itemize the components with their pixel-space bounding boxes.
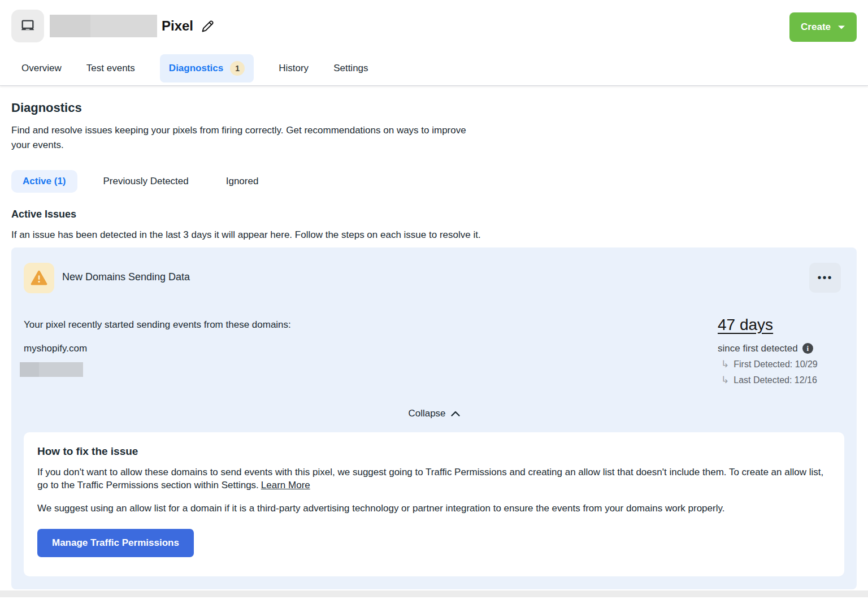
filter-tab-ignored[interactable]: Ignored bbox=[215, 170, 270, 193]
duration-value[interactable]: 47 days bbox=[718, 316, 818, 334]
caret-down-icon bbox=[837, 25, 845, 30]
collapse-row: Collapse bbox=[11, 408, 857, 419]
tab-history[interactable]: History bbox=[279, 63, 309, 74]
filter-tab-previously-detected[interactable]: Previously Detected bbox=[92, 170, 200, 193]
fix-body-2: We suggest using an allow list for a dom… bbox=[37, 502, 831, 515]
redacted-domain bbox=[20, 362, 83, 377]
bottom-divider bbox=[0, 590, 868, 597]
redacted-account-name bbox=[50, 15, 157, 37]
issue-body: Your pixel recently started sending even… bbox=[24, 319, 291, 377]
entity-row: Pixel bbox=[11, 10, 215, 42]
issue-card: New Domains Sending Data ••• Your pixel … bbox=[11, 247, 857, 589]
create-button-label: Create bbox=[801, 21, 831, 33]
more-options-icon[interactable]: ••• bbox=[809, 263, 841, 293]
active-issues-description: If an issue has been detected in the las… bbox=[11, 229, 857, 241]
tab-diagnostics[interactable]: Diagnostics 1 bbox=[160, 54, 254, 82]
edit-pencil-icon[interactable] bbox=[200, 19, 215, 34]
info-icon[interactable]: i bbox=[802, 343, 813, 354]
issue-domain: myshopify.com bbox=[24, 343, 291, 354]
active-issues-heading: Active Issues bbox=[11, 209, 857, 220]
chevron-up-icon bbox=[451, 411, 460, 416]
tab-settings[interactable]: Settings bbox=[333, 63, 368, 74]
fix-instructions-card: How to fix the issue If you don't want t… bbox=[24, 432, 844, 576]
main-content: Diagnostics Find and resolve issues keep… bbox=[0, 101, 868, 589]
filter-tab-active[interactable]: Active (1) bbox=[11, 170, 77, 193]
create-button[interactable]: Create bbox=[789, 12, 857, 42]
issue-detection-meta: 47 days since first detected i ↳First De… bbox=[718, 316, 818, 386]
page-header: Pixel Create bbox=[0, 0, 868, 51]
learn-more-link[interactable]: Learn More bbox=[261, 480, 310, 490]
diagnostics-description: Find and resolve issues keeping your pix… bbox=[11, 123, 486, 153]
diagnostics-count-badge: 1 bbox=[230, 61, 245, 76]
laptop-icon bbox=[11, 10, 44, 42]
page-title: Pixel bbox=[162, 18, 193, 34]
fix-body-1: If you don't want to allow these domains… bbox=[37, 466, 831, 493]
manage-traffic-permissions-button[interactable]: Manage Traffic Permissions bbox=[37, 529, 194, 557]
diagnostics-heading: Diagnostics bbox=[11, 101, 857, 115]
branch-arrow-icon: ↳ bbox=[721, 359, 729, 370]
tab-test-events[interactable]: Test events bbox=[86, 63, 135, 74]
tab-bar: Overview Test events Diagnostics 1 Histo… bbox=[0, 51, 868, 86]
collapse-button[interactable]: Collapse bbox=[408, 408, 459, 419]
last-detected-line: ↳Last Detected: 12/16 bbox=[718, 374, 818, 386]
tab-overview[interactable]: Overview bbox=[21, 63, 62, 74]
issue-title: New Domains Sending Data bbox=[62, 271, 190, 283]
duration-caption: since first detected i bbox=[718, 343, 818, 354]
issue-intro-text: Your pixel recently started sending even… bbox=[24, 319, 291, 331]
fix-heading: How to fix the issue bbox=[37, 445, 831, 458]
issue-filter-tabs: Active (1) Previously Detected Ignored bbox=[11, 170, 857, 193]
branch-arrow-icon: ↳ bbox=[721, 375, 729, 385]
warning-triangle-icon bbox=[24, 263, 54, 293]
first-detected-line: ↳First Detected: 10/29 bbox=[718, 358, 818, 370]
